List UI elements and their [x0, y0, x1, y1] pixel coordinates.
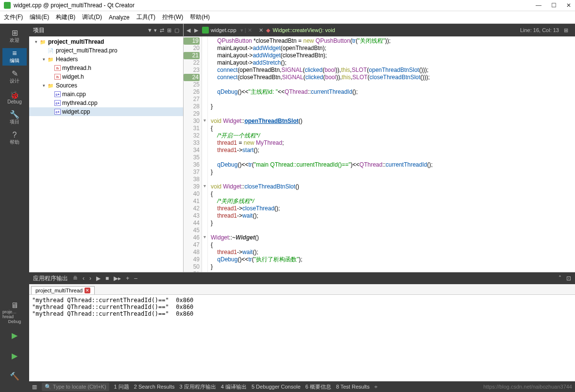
output-add-button[interactable]: +	[126, 275, 129, 282]
cursor-position[interactable]: Line: 16, Col: 13	[520, 27, 559, 33]
line-gutter[interactable]: 1920212223242526272829303132333435363738…	[184, 36, 202, 272]
tree-row[interactable]: c+widget.cpp	[29, 107, 183, 116]
status-tab-debugger[interactable]: 5 Debugger Console	[252, 384, 301, 390]
output-max-button[interactable]: ⊡	[566, 275, 571, 282]
menu-tools[interactable]: 工具(T)	[136, 13, 155, 21]
output-panel: 应用程序输出 ≞ ‹ › ▶ ■ ▶▸ + – ˄ ⊡ project_mult…	[29, 272, 575, 381]
output-title: 应用程序输出	[33, 274, 68, 283]
mode-design[interactable]: ✎设计	[2, 68, 27, 86]
status-tab-general[interactable]: 6 概要信息	[305, 383, 331, 391]
filter-button[interactable]: ▼ ▾	[147, 27, 157, 34]
hammer-icon: 🔨	[10, 373, 19, 380]
output-filter-button[interactable]: ≞	[73, 275, 78, 282]
breadcrumb[interactable]: Widget::createView(): void	[273, 27, 335, 33]
mode-projects[interactable]: 🔧项目	[2, 109, 27, 127]
play-bug-icon: ▶	[12, 352, 17, 360]
fold-column[interactable]: ▾▾▾	[202, 36, 208, 272]
menu-analyze[interactable]: Analyze	[109, 14, 130, 21]
mode-help[interactable]: ?帮助	[2, 130, 27, 147]
tree-row[interactable]: hmythread.h	[29, 64, 183, 72]
menu-build[interactable]: 构建(B)	[56, 13, 75, 21]
tree-row[interactable]: hwidget.h	[29, 72, 183, 81]
project-tree[interactable]: ▾📁project_multiThread📄project_multiThrea…	[29, 36, 183, 272]
kit-selector[interactable]: 🖥 proje…hread Debug	[2, 302, 27, 324]
output-tab-close[interactable]: ✕	[85, 288, 90, 293]
debug-run-button[interactable]: ▶	[2, 347, 27, 365]
menubar: 文件(F) 编辑(E) 构建(B) 调试(D) Analyze 工具(T) 控件…	[0, 11, 575, 24]
output-header: 应用程序输出 ≞ ‹ › ▶ ■ ▶▸ + – ˄ ⊡	[29, 273, 575, 284]
mode-debug[interactable]: 🐞Debug	[2, 89, 27, 106]
code-lines[interactable]: QPushButton *closeThreadBtn = new QPushB…	[208, 36, 575, 272]
tree-row[interactable]: 📄project_multiThread.pro	[29, 46, 183, 55]
panel-close-button[interactable]: ▢	[174, 27, 179, 34]
tree-row[interactable]: ▾📁Sources	[29, 81, 183, 90]
watermark: https://blog.csdn.net/naibozhuan3744	[483, 384, 572, 390]
output-body[interactable]: "mythread QThread::currentThreadId()==" …	[29, 295, 575, 381]
wrench-icon: 🔧	[10, 111, 19, 119]
status-tab-compile[interactable]: 4 编译输出	[221, 383, 247, 391]
tree-row[interactable]: ▾📁project_multiThread	[29, 37, 183, 46]
mode-sidebar: ⊞欢迎 ≡编辑 ✎设计 🐞Debug 🔧项目 ?帮助 🖥 proje…hread…	[0, 24, 29, 392]
project-panel-title: 项目	[33, 26, 45, 34]
statusbar: ▥ 🔍 Type to locate (Ctrl+K) 1 问题 2 Searc…	[29, 381, 575, 392]
menu-edit[interactable]: 编辑(E)	[30, 13, 49, 21]
editor-tab[interactable]: widget.cpp	[202, 27, 237, 34]
editor-tab-label: widget.cpp	[211, 27, 237, 33]
output-tab[interactable]: project_multiThread ✕	[31, 286, 95, 294]
maximize-button[interactable]: ☐	[551, 2, 557, 9]
status-tab-appoutput[interactable]: 3 应用程序输出	[180, 383, 216, 391]
output-run-button[interactable]: ▶	[96, 275, 101, 282]
status-tab-search[interactable]: 2 Search Results	[134, 384, 175, 390]
menu-file[interactable]: 文件(F)	[4, 13, 23, 21]
close-button[interactable]: ✕	[566, 2, 571, 9]
output-remove-button[interactable]: –	[134, 275, 137, 282]
editor-panel: ◀ ▶ widget.cpp ▾ | ✕ ✕ ◆ Widget::createV…	[184, 24, 575, 272]
play-icon: ▶	[12, 332, 17, 340]
sidebar-toggle-button[interactable]: ▥	[32, 384, 37, 390]
menu-widgets[interactable]: 控件(W)	[162, 13, 183, 21]
mode-welcome[interactable]: ⊞欢迎	[2, 28, 27, 45]
output-rerun-button[interactable]: ▶▸	[114, 275, 121, 282]
titlebar: widget.cpp @ project_multiThread - Qt Cr…	[0, 0, 575, 11]
status-tab-issues[interactable]: 1 问题	[114, 383, 129, 391]
monitor-icon: 🖥	[11, 302, 18, 309]
edit-icon: ≡	[12, 50, 17, 57]
output-prev-button[interactable]: ‹	[83, 275, 85, 282]
editor-split-button[interactable]: ⊞	[564, 27, 568, 34]
tree-row[interactable]: ▾📁Headers	[29, 55, 183, 64]
tree-row[interactable]: c+main.cpp	[29, 90, 183, 99]
cpp-icon	[202, 27, 209, 34]
split-button[interactable]: ⊞	[167, 27, 171, 34]
link-button[interactable]: ⇄	[160, 27, 164, 34]
code-editor[interactable]: 1920212223242526272829303132333435363738…	[184, 36, 575, 272]
status-tab-test[interactable]: 8 Test Results	[336, 384, 370, 390]
grid-icon: ⊞	[12, 29, 18, 37]
window-title: widget.cpp @ project_multiThread - Qt Cr…	[14, 2, 536, 9]
bookmark-button[interactable]: ✕	[259, 27, 263, 34]
locator-input[interactable]: 🔍 Type to locate (Ctrl+K)	[42, 383, 109, 391]
nav-fwd-button[interactable]: ▶	[194, 27, 198, 34]
project-panel-header: 项目 ▼ ▾ ⇄ ⊞ ▢	[29, 24, 183, 36]
run-button[interactable]: ▶	[2, 327, 27, 344]
output-tab-label: project_multiThread	[35, 288, 83, 293]
mode-edit[interactable]: ≡编辑	[2, 48, 27, 66]
build-button[interactable]: 🔨	[2, 368, 27, 385]
status-tab-more[interactable]: ÷	[374, 384, 377, 390]
output-collapse-button[interactable]: ˄	[558, 275, 561, 282]
bug-icon: 🐞	[10, 91, 19, 99]
minimize-button[interactable]: —	[536, 2, 541, 9]
menu-help[interactable]: 帮助(H)	[190, 13, 210, 21]
menu-debug[interactable]: 调试(D)	[82, 13, 102, 21]
app-icon	[4, 2, 11, 9]
output-next-button[interactable]: ›	[89, 275, 91, 282]
pencil-icon: ✎	[12, 70, 18, 78]
editor-toolbar: ◀ ▶ widget.cpp ▾ | ✕ ✕ ◆ Widget::createV…	[184, 24, 575, 36]
symbol-icon: ◆	[266, 27, 270, 34]
project-panel: 项目 ▼ ▾ ⇄ ⊞ ▢ ▾📁project_multiThread📄proje…	[29, 24, 184, 272]
tree-row[interactable]: c+mythread.cpp	[29, 99, 183, 107]
help-icon: ?	[13, 131, 17, 139]
nav-back-button[interactable]: ◀	[186, 27, 190, 34]
output-stop-button[interactable]: ■	[105, 275, 109, 282]
